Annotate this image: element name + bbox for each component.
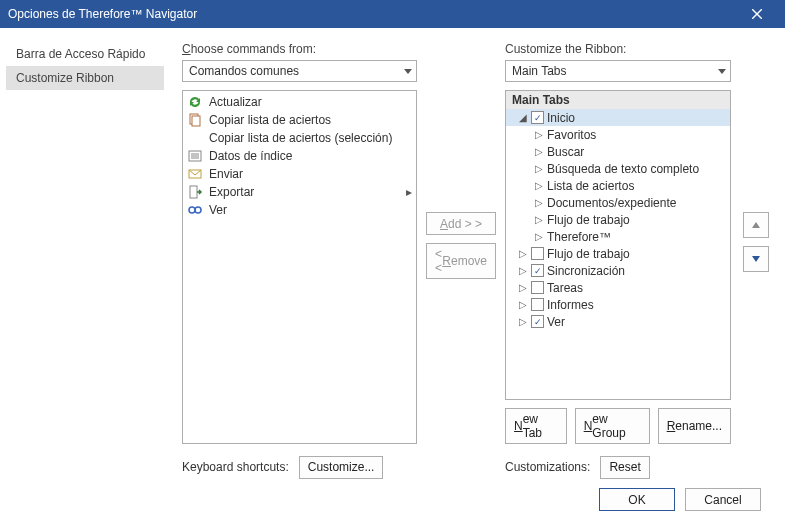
sidebar-item-customize-ribbon[interactable]: Customize Ribbon: [6, 66, 164, 90]
command-item[interactable]: Ver: [183, 201, 416, 219]
tab-buttons-row: New Tab New Group Rename...: [505, 408, 731, 444]
command-item[interactable]: Datos de índice: [183, 147, 416, 165]
tree-expander-icon[interactable]: [517, 299, 528, 310]
checkbox[interactable]: [531, 315, 544, 328]
tree-node-label: Lista de aciertos: [547, 179, 634, 193]
mail-icon: [187, 166, 203, 182]
dialog-footer: OK Cancel: [182, 480, 773, 521]
tree-expander-icon[interactable]: [517, 282, 528, 293]
tree-expander-icon[interactable]: [533, 163, 544, 174]
tree-node[interactable]: Flujo de trabajo: [506, 211, 730, 228]
command-item[interactable]: Actualizar: [183, 93, 416, 111]
tree-node-label: Documentos/expediente: [547, 196, 676, 210]
tree-node[interactable]: Favoritos: [506, 126, 730, 143]
commands-list[interactable]: ActualizarCopiar lista de aciertosCopiar…: [182, 90, 417, 444]
sidebar: Barra de Acceso Rápido Customize Ribbon: [0, 28, 170, 529]
tree-node[interactable]: Inicio: [506, 109, 730, 126]
arrow-up-icon: [751, 220, 761, 230]
customize-shortcuts-button[interactable]: Customize...: [299, 456, 384, 479]
tree-expander-icon[interactable]: [517, 265, 528, 276]
move-down-button[interactable]: [743, 246, 769, 272]
ribbon-scope-dropdown[interactable]: Main Tabs: [505, 60, 731, 82]
columns: Choose commands from: Comandos comunes A…: [182, 42, 773, 480]
tree-node-label: Buscar: [547, 145, 584, 159]
tree-node[interactable]: Tareas: [506, 279, 730, 296]
ribbon-panel: Customize the Ribbon: Main Tabs Main Tab…: [505, 42, 731, 480]
svg-point-10: [189, 207, 195, 213]
tree-expander-icon[interactable]: [533, 129, 544, 140]
choose-commands-label: Choose commands from:: [182, 42, 417, 56]
tree-expander-icon[interactable]: [533, 214, 544, 225]
tree-expander-icon[interactable]: [517, 248, 528, 259]
commands-panel: Choose commands from: Comandos comunes A…: [182, 42, 417, 480]
remove-button[interactable]: < < Remove: [426, 243, 496, 279]
index-icon: [187, 148, 203, 164]
rename-button[interactable]: Rename...: [658, 408, 731, 444]
command-item[interactable]: Copiar lista de aciertos: [183, 111, 416, 129]
chevron-down-icon: [718, 69, 726, 74]
tree-expander-icon[interactable]: [533, 231, 544, 242]
view-icon: [187, 202, 203, 218]
tree-node[interactable]: Documentos/expediente: [506, 194, 730, 211]
tree-expander-icon[interactable]: [533, 180, 544, 191]
ok-button[interactable]: OK: [599, 488, 675, 511]
customizations-row: Customizations: Reset: [505, 454, 731, 480]
svg-rect-3: [192, 116, 200, 126]
command-label: Exportar: [209, 185, 254, 199]
transfer-buttons: Add > > < < Remove: [425, 42, 497, 480]
move-up-button[interactable]: [743, 212, 769, 238]
customizations-label: Customizations:: [505, 460, 590, 474]
chevron-down-icon: [404, 69, 412, 74]
checkbox[interactable]: [531, 264, 544, 277]
command-label: Copiar lista de aciertos (selección): [209, 131, 392, 145]
close-button[interactable]: [737, 0, 777, 28]
commands-source-dropdown[interactable]: Comandos comunes: [182, 60, 417, 82]
titlebar: Opciones de Therefore™ Navigator: [0, 0, 785, 28]
tree-expander-icon[interactable]: [533, 146, 544, 157]
ribbon-tree-header: Main Tabs: [506, 91, 730, 109]
tree-node-label: Ver: [547, 315, 565, 329]
sidebar-item-quick-access[interactable]: Barra de Acceso Rápido: [6, 42, 164, 66]
tree-node-label: Búsqueda de texto completo: [547, 162, 699, 176]
command-item[interactable]: Copiar lista de aciertos (selección): [183, 129, 416, 147]
cancel-button[interactable]: Cancel: [685, 488, 761, 511]
tree-node-label: Tareas: [547, 281, 583, 295]
tree-node-label: Flujo de trabajo: [547, 247, 630, 261]
tree-node-label: Therefore™: [547, 230, 611, 244]
command-item[interactable]: Exportar▸: [183, 183, 416, 201]
command-label: Actualizar: [209, 95, 262, 109]
tree-node[interactable]: Lista de aciertos: [506, 177, 730, 194]
tree-node[interactable]: Flujo de trabajo: [506, 245, 730, 262]
new-group-button[interactable]: New Group: [575, 408, 650, 444]
tree-node[interactable]: Sincronización: [506, 262, 730, 279]
add-button[interactable]: Add > >: [426, 212, 496, 235]
svg-marker-13: [752, 222, 760, 228]
tree-node[interactable]: Buscar: [506, 143, 730, 160]
ribbon-tree[interactable]: Main Tabs InicioFavoritosBuscarBúsqueda …: [505, 90, 731, 400]
tree-expander-icon[interactable]: [517, 316, 528, 327]
keyboard-shortcut-row: Keyboard shortcuts: Customize...: [182, 454, 417, 480]
checkbox[interactable]: [531, 111, 544, 124]
checkbox[interactable]: [531, 298, 544, 311]
tree-node[interactable]: Ver: [506, 313, 730, 330]
reset-button[interactable]: Reset: [600, 456, 649, 479]
customize-ribbon-label: Customize the Ribbon:: [505, 42, 731, 56]
tree-expander-icon[interactable]: [533, 197, 544, 208]
command-item[interactable]: Enviar: [183, 165, 416, 183]
export-icon: [187, 184, 203, 200]
commands-source-value: Comandos comunes: [189, 64, 299, 78]
tree-node-label: Inicio: [547, 111, 575, 125]
tree-node-label: Informes: [547, 298, 594, 312]
submenu-arrow-icon: ▸: [406, 185, 412, 199]
copy-icon: [187, 112, 203, 128]
new-tab-button[interactable]: New Tab: [505, 408, 567, 444]
checkbox[interactable]: [531, 281, 544, 294]
tree-expander-icon[interactable]: [517, 112, 528, 123]
tree-node[interactable]: Therefore™: [506, 228, 730, 245]
command-label: Enviar: [209, 167, 243, 181]
checkbox[interactable]: [531, 247, 544, 260]
tree-node[interactable]: Informes: [506, 296, 730, 313]
reorder-buttons: [739, 42, 773, 480]
tree-node[interactable]: Búsqueda de texto completo: [506, 160, 730, 177]
command-label: Copiar lista de aciertos: [209, 113, 331, 127]
